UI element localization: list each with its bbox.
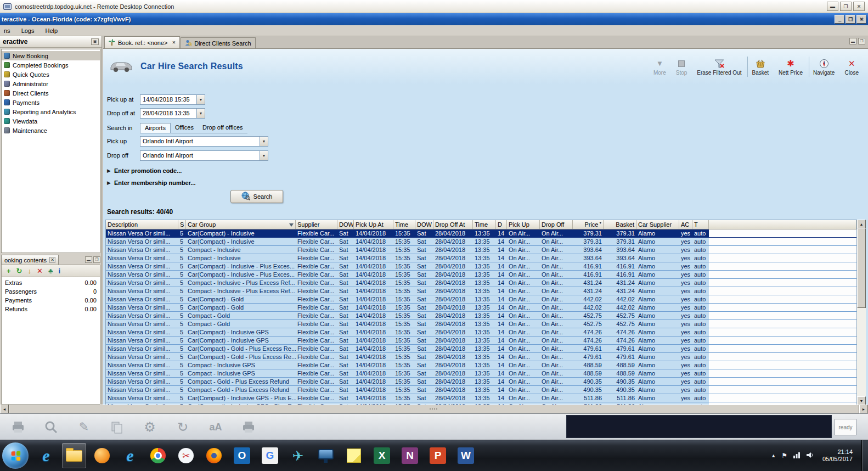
result-row[interactable]: Nissan Versa Or simil...5Car(Compact) - …	[106, 345, 856, 353]
column-header-time1[interactable]: Time	[393, 220, 415, 229]
transfer-icon[interactable]: ↓	[28, 267, 32, 274]
tray-expand-icon[interactable]: ▲	[771, 453, 776, 458]
taskbar-mail-plane[interactable]: ✈	[286, 443, 310, 468]
column-header-ac[interactable]: AC	[679, 220, 692, 229]
sidebar-item-viewdata[interactable]: Viewdata	[2, 116, 100, 126]
vertical-scroll-thumb[interactable]	[857, 228, 866, 308]
booking-contents-tab[interactable]: ooking contents ✕	[1, 255, 59, 265]
menu-item-ns[interactable]: ns	[3, 27, 12, 35]
result-row[interactable]: Nissan Versa Or simil...5Compact - Gold …	[106, 378, 856, 386]
sidebar-item-completed-bookings[interactable]: Completed Bookings	[2, 60, 100, 70]
taskbar-excel[interactable]: X	[370, 443, 394, 468]
basket-button[interactable]: Basket	[747, 57, 773, 77]
taskbar-powerpoint[interactable]: P	[426, 443, 450, 468]
horizontal-scroll-thumb[interactable]	[9, 405, 859, 413]
dropoff-location-dropdown-icon[interactable]: ▼	[260, 150, 268, 161]
tab-direct-clients-search[interactable]: Direct Clients Search	[181, 37, 255, 48]
copy-icon[interactable]	[108, 420, 126, 434]
app-restore-button[interactable]: ❐	[846, 15, 855, 24]
result-row[interactable]: Nissan Versa Or simil...5Compact - Inclu…	[106, 279, 856, 287]
result-row[interactable]: Nissan Versa Or simil...5Compact - Inclu…	[106, 254, 856, 262]
dropoff-at-dropdown-icon[interactable]: ▼	[196, 108, 205, 119]
taskbar-remote-desktop[interactable]	[314, 443, 338, 468]
pickup-at-dropdown-icon[interactable]: ▼	[196, 94, 205, 105]
horizontal-scrollbar[interactable]: ◄ ►	[0, 405, 868, 413]
column-header-pick_up_at[interactable]: Pick Up At	[354, 220, 393, 229]
print-preview-icon[interactable]	[239, 420, 258, 434]
stop-button[interactable]: Stop	[672, 57, 691, 77]
more-button[interactable]: ▼ More	[650, 57, 670, 77]
search-in-tab-offices[interactable]: Offices	[171, 123, 198, 133]
result-row[interactable]: Nissan Versa Or simil...5Compact - GoldF…	[106, 320, 856, 328]
booking-contents-minimize-button[interactable]: ▬	[85, 256, 92, 263]
edit-icon[interactable]: ✎	[75, 421, 93, 433]
show-desktop-button[interactable]	[861, 440, 868, 471]
nett-price-button[interactable]: ✱ Nett Price	[775, 57, 807, 77]
column-header-pick_up[interactable]: Pick Up	[507, 220, 540, 229]
rdp-minimize-button[interactable]: ▬	[827, 2, 838, 11]
sidebar-item-direct-clients[interactable]: Direct Clients	[2, 88, 100, 98]
result-row[interactable]: Nissan Versa Or simil...5Compact - Gold …	[106, 386, 856, 394]
scroll-left-icon[interactable]: ◄	[0, 405, 9, 413]
taskbar-clock[interactable]: 21:14 05/05/2017	[819, 448, 856, 463]
column-header-time2[interactable]: Time	[473, 220, 496, 229]
taskbar-media-player[interactable]	[90, 443, 114, 468]
column-header-drop_off_at[interactable]: Drop Off At	[433, 220, 473, 229]
result-row[interactable]: Nissan Versa Or simil...5Compact - Inclu…	[106, 287, 856, 295]
taskbar-outlook[interactable]: O	[230, 443, 254, 468]
result-row[interactable]: Nissan Versa Or simil...5Car(Compact) - …	[106, 328, 856, 337]
volume-icon[interactable]	[806, 452, 814, 459]
result-row[interactable]: Nissan Versa Or simil...5Compact - GoldF…	[106, 312, 856, 320]
dropoff-at-input[interactable]: 28/04/2018 13:35	[140, 108, 197, 119]
booking-contents-restore-button[interactable]: ❐	[93, 256, 100, 263]
close-button[interactable]: ✕ Close	[841, 57, 863, 77]
network-icon[interactable]	[793, 452, 801, 459]
result-row[interactable]: Nissan Versa Or simil...5Car(Compact) - …	[106, 262, 856, 271]
print-icon[interactable]	[9, 420, 27, 434]
column-header-filler[interactable]	[709, 220, 856, 229]
result-row[interactable]: Nissan Versa Or simil...5Car(Compact) - …	[106, 394, 856, 402]
search-in-tab-airports[interactable]: Airports	[140, 123, 171, 133]
taskbar-google-search[interactable]: G	[258, 443, 282, 468]
refresh-icon[interactable]: ↻	[173, 420, 192, 434]
pickup-location-dropdown-icon[interactable]: ▼	[260, 136, 268, 147]
results-vertical-scrollbar[interactable]: ▲ ▼	[857, 220, 866, 405]
pickup-at-input[interactable]: 14/04/2018 15:35	[140, 94, 197, 105]
column-header-price[interactable]: Price▾	[573, 220, 604, 229]
taskbar-internet-explorer-2[interactable]: e	[118, 443, 142, 468]
search-button[interactable]: Search	[230, 190, 283, 203]
pickup-location-select[interactable]: Orlando Intl Airport	[140, 136, 260, 147]
taskbar-firefox[interactable]	[202, 443, 226, 468]
result-row[interactable]: Nissan Versa Or simil...5Car(Compact) - …	[106, 337, 856, 345]
panel-minimize-button[interactable]: ▬	[849, 38, 856, 44]
vertical-scroll-track[interactable]	[857, 308, 866, 396]
column-header-car_group[interactable]: Car Group	[186, 220, 296, 229]
menu-item-help[interactable]: Help	[44, 27, 59, 35]
result-row[interactable]: Nissan Versa Or simil...5Compact - Inclu…	[106, 369, 856, 378]
column-header-drop_off[interactable]: Drop Off	[540, 220, 573, 229]
erase-filtered-out-button[interactable]: Erase Filtered Out	[693, 57, 745, 77]
column-header-dow1[interactable]: DOW	[337, 220, 354, 229]
column-header-d[interactable]: D	[496, 220, 507, 229]
font-size-icon[interactable]: aA	[206, 422, 225, 432]
promo-code-toggle[interactable]: Enter promotion code...	[114, 167, 182, 174]
column-header-supplier[interactable]: Supplier	[296, 220, 337, 229]
tab-close-icon[interactable]: ✕	[172, 40, 176, 45]
navigate-button[interactable]: Navigate	[809, 57, 838, 77]
delete-icon[interactable]: ✕	[37, 267, 43, 274]
taskbar-internet-explorer[interactable]: e	[34, 443, 58, 468]
scroll-right-icon[interactable]: ►	[859, 405, 868, 413]
start-button[interactable]	[2, 442, 29, 469]
dropoff-location-select[interactable]: Orlando Intl Airport	[140, 150, 260, 161]
column-header-car_supplier[interactable]: Car Supplier	[636, 220, 679, 229]
scroll-down-icon[interactable]: ▼	[857, 396, 866, 405]
rdp-restore-button[interactable]: ❐	[840, 2, 852, 11]
taskbar-onenote[interactable]: N	[398, 443, 422, 468]
tree-icon[interactable]: ♣	[48, 267, 53, 274]
filter-funnel-icon[interactable]	[289, 223, 294, 229]
result-row[interactable]: Nissan Versa Or simil...5Compact - Inclu…	[106, 361, 856, 369]
column-header-dow2[interactable]: DOW	[415, 220, 433, 229]
column-header-s[interactable]: S	[178, 220, 186, 229]
settings-icon[interactable]: ⚙	[140, 420, 159, 434]
result-row[interactable]: Nissan Versa Or simil...5Car(Compact) - …	[106, 304, 856, 312]
